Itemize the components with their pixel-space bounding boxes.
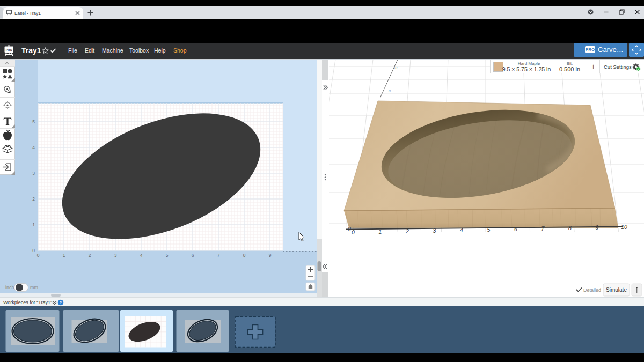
svg-text:4: 4 (140, 253, 143, 258)
svg-text:2: 2 (89, 253, 91, 258)
svg-text:5: 5 (32, 119, 35, 124)
svg-text:9: 9 (596, 224, 599, 231)
svg-text:mm: mm (30, 285, 38, 290)
svg-text:Detailed: Detailed (583, 287, 601, 293)
svg-text:2: 2 (32, 196, 35, 202)
svg-text:inch: inch (5, 285, 14, 290)
svg-text:2: 2 (405, 228, 409, 234)
svg-text:1: 1 (63, 253, 65, 258)
svg-text:0: 0 (352, 229, 355, 235)
svg-text:1: 1 (379, 228, 382, 235)
svg-text:0: 0 (37, 253, 40, 258)
svg-text:3: 3 (114, 253, 117, 258)
svg-text:7: 7 (217, 253, 220, 258)
svg-text:5: 5 (487, 226, 491, 233)
svg-text:Simulate: Simulate (606, 287, 627, 293)
svg-text:1: 1 (32, 222, 35, 227)
svg-text:0: 0 (389, 89, 391, 93)
svg-text:4: 4 (32, 145, 35, 150)
svg-text:9: 9 (269, 253, 272, 258)
svg-text:3: 3 (433, 227, 436, 234)
svg-text:0: 0 (348, 226, 351, 232)
svg-text:10: 10 (393, 66, 398, 70)
svg-text:5: 5 (166, 253, 169, 258)
svg-text:0: 0 (32, 248, 35, 253)
svg-text:8: 8 (568, 225, 572, 231)
svg-text:6: 6 (514, 226, 517, 232)
svg-text:3: 3 (32, 171, 35, 176)
svg-text:8: 8 (243, 253, 246, 258)
svg-text:PRO: PRO (6, 48, 13, 51)
svg-text:10: 10 (621, 224, 627, 230)
svg-text:4: 4 (460, 227, 463, 233)
svg-text:?: ? (60, 300, 62, 305)
svg-text:6: 6 (192, 253, 194, 258)
